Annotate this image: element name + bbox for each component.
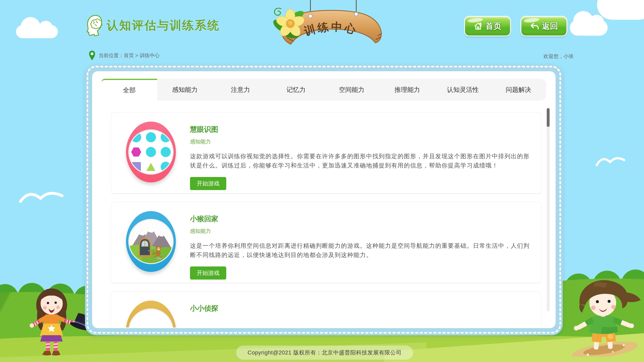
category-tabbar: 全部 感知能力 注意力 记忆力 空间能力 推理能力 认知灵活性 问题解决 [102,79,546,100]
tab-attention[interactable]: 注意力 [213,79,268,100]
brain-head-icon [86,15,103,36]
triangle-shape [146,163,156,171]
cloud [597,0,644,20]
scrollbar-thumb[interactable] [547,108,550,127]
flower-icon [271,6,308,41]
hexagon-shape [131,147,141,157]
training-center-page: 认知评估与训练系统 训练中心 [0,0,644,362]
game-icon-column [118,303,190,328]
panel-content: 全部 感知能力 注意力 记忆力 空间能力 推理能力 认知灵活性 问题解决 [92,71,556,328]
breadcrumb-text: 当前位置：首页 > 训练中心 [98,52,160,59]
boy-character [569,276,644,357]
back-arrow-icon [530,22,539,30]
game-info: 慧眼识图 感知能力 这款游戏可以训练你视知觉的选择性。你需要在许许多多的图形中找… [190,124,532,190]
detective-icon [112,292,190,328]
game-description: 这款游戏可以训练你视知觉的选择性。你需要在许许多多的图形中找到指定的图形，并且发… [190,151,532,170]
girl-character [25,283,95,356]
game-list: 慧眼识图 感知能力 这款游戏可以训练你视知觉的选择性。你需要在许许多多的图形中找… [111,112,541,328]
seagull-icon [595,153,626,168]
seagull-icon [19,188,64,205]
game-title: 小猴回家 [190,214,532,224]
game-title: 慧眼识图 [190,125,532,134]
tab-all[interactable]: 全部 [102,79,157,100]
game-card: 小猴回家 感知能力 这是一个培养你利用空间信息对距离进行精确判断能力的游戏。这种… [111,202,541,283]
app-logo: 认知评估与训练系统 [86,15,220,36]
copyright-footer: Copyright@2021 版权所有：北京中盛普阳科技发展有限公司 [236,346,413,360]
cloud [16,25,58,38]
main-panel: 全部 感知能力 注意力 记忆力 空间能力 推理能力 认知灵活性 问题解决 [85,64,563,335]
monkey-home-scene [129,219,172,264]
tab-reasoning[interactable]: 推理能力 [380,79,435,100]
game-icon-column [118,214,190,269]
location-pin-icon [89,50,95,60]
monkey-home-icon [112,202,190,281]
back-button-label: 返回 [542,21,558,31]
game-info: 小小侦探 [190,303,532,317]
tab-perception[interactable]: 感知能力 [157,79,213,100]
icon-inner-circle [128,129,174,175]
scrollbar-track[interactable] [547,108,550,311]
shapes-grid [131,132,171,172]
circle-shape [161,132,171,142]
home-icon [474,22,483,30]
tab-memory[interactable]: 记忆力 [268,79,324,100]
game-icon-column [118,124,190,180]
circle-shape [146,132,156,142]
icon-inner-circle [128,219,174,264]
game-info: 小猴回家 感知能力 这是一个培养你利用空间信息对距离进行精确判断能力的游戏。这种… [190,214,532,280]
circle-shape [131,132,141,142]
game-title: 小小侦探 [190,304,532,313]
square-shape [132,162,141,171]
breadcrumb[interactable]: 当前位置：首页 > 训练中心 [89,50,160,61]
tab-flexibility[interactable]: 认知灵活性 [435,79,491,100]
icon-inner-circle [128,308,174,328]
game-card: 小小侦探 [111,291,541,328]
circle-shape [146,147,156,157]
circle-shape [161,147,171,157]
home-button-label: 首页 [485,21,502,31]
game-category: 感知能力 [190,228,532,235]
home-button[interactable]: 首页 [465,17,510,35]
welcome-message: 欢迎您，小张 [506,53,574,60]
tab-problem-solving[interactable]: 问题解决 [491,79,546,100]
game-category: 感知能力 [190,138,532,145]
start-game-button[interactable]: 开始游戏 [190,267,226,280]
circle-shape [161,162,171,172]
game-card: 慧眼识图 感知能力 这款游戏可以训练你视知觉的选择性。你需要在许许多多的图形中找… [111,112,541,194]
game-description: 这是一个培养你利用空间信息对距离进行精确判断能力的游戏。这种能力是空间导航能力的… [190,241,532,259]
back-button[interactable]: 返回 [521,17,566,35]
shapes-grid-icon [112,113,190,191]
tab-spatial[interactable]: 空间能力 [324,79,380,100]
app-title: 认知评估与训练系统 [107,17,220,33]
cloud [570,20,608,36]
start-game-button[interactable]: 开始游戏 [190,177,226,190]
